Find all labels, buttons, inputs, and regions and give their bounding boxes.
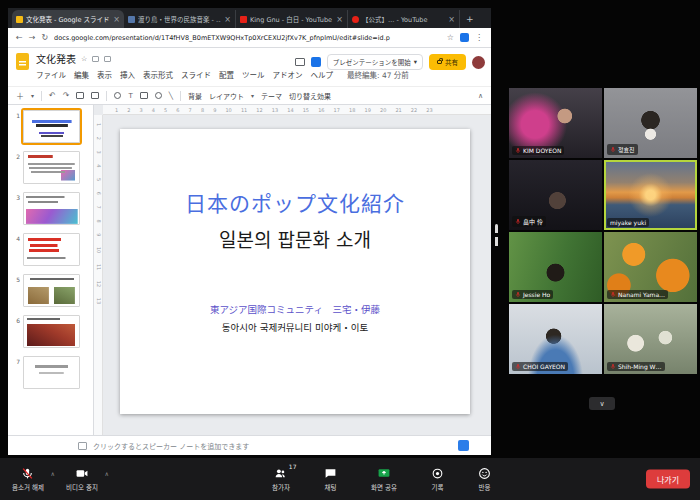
chat-button[interactable]: 채팅 [320,465,345,494]
muted-mic-icon [515,218,521,225]
participant-tile-active-speaker[interactable]: miyake yuki [604,160,697,230]
video-options-caret-icon[interactable]: ∧ [105,470,109,477]
slide-thumbnail-4[interactable] [23,233,80,266]
slide-thumbnail-row[interactable]: 5 [10,274,93,307]
unmute-button[interactable]: 음소거 해제 ∧ [8,465,52,494]
back-icon[interactable]: ← [16,33,23,42]
star-icon[interactable]: ☆ [81,55,87,63]
participants-button[interactable]: 17 참가자 [268,464,298,494]
extension-icon[interactable] [460,33,469,42]
insert-shape-icon[interactable] [155,92,162,99]
menu-edit[interactable]: 編集 [74,69,89,80]
record-button[interactable]: 기록 [427,465,452,494]
move-folder-icon[interactable] [92,56,99,62]
record-icon [431,467,444,480]
slide-canvas[interactable]: 日本のポップ文化紹介 일본의 팝문화 소개 東アジア国際コミュニティ 三宅・伊藤… [120,129,470,414]
slides-favicon [16,16,23,23]
slide-thumbnail-row[interactable]: 4 [10,233,93,266]
participant-tile[interactable]: Shih-Ming W… [604,304,697,374]
horizontal-ruler: 1 2 3 4 5 6 7 8 9 10 11 12 13 14 15 16 1… [103,105,491,115]
redo-icon[interactable]: ↷ [63,91,70,100]
last-edit-link[interactable]: 最終編集: 47 分前 [347,69,409,80]
account-avatar[interactable] [472,56,485,69]
new-slide-icon[interactable]: ＋ [16,90,24,101]
participant-tile[interactable]: KIM DOYEON [509,88,602,158]
zoom-icon[interactable] [114,92,121,99]
menu-help[interactable]: ヘルプ [311,69,334,80]
slide-title-korean[interactable]: 일본의 팝문화 소개 [120,225,470,252]
reload-icon[interactable]: ↻ [41,33,48,42]
print-icon[interactable] [76,92,84,99]
document-title[interactable]: 文化発表 [36,51,76,66]
participant-tile[interactable]: Jessie Ho [509,232,602,302]
slide-thumbnail-3[interactable] [23,192,80,225]
explore-icon[interactable] [458,440,469,451]
participant-tile[interactable]: 畠中 伶 [509,160,602,230]
new-slide-caret-icon[interactable]: ▾ [31,92,34,99]
browser-tab-4[interactable]: 【公式】… - YouTube × [348,10,460,28]
menu-insert[interactable]: 挿入 [120,69,135,80]
browser-tab-youtube[interactable]: King Gnu - 白日 - YouTube × [236,10,348,28]
text-box-icon[interactable]: T [128,92,132,100]
insert-image-icon[interactable] [140,92,148,99]
slide-thumbnail-row[interactable]: 7 [10,356,93,389]
slide-thumbnail-1[interactable] [23,110,80,143]
menu-addons[interactable]: アドオン [273,69,303,80]
slide-thumbnail-6[interactable] [23,315,80,348]
tab-close-icon[interactable]: × [224,15,231,24]
layout-button[interactable]: レイアウト [209,91,244,101]
browser-tab-slides[interactable]: 文化発表 - Google スライド × [12,10,124,28]
slide-thumbnail-2[interactable] [23,151,80,184]
reactions-button[interactable]: 반응 [474,465,499,494]
theme-button[interactable]: テーマ [261,91,282,101]
slide-subtitle-japanese[interactable]: 東アジア国際コミュニティ 三宅・伊藤 [120,302,470,316]
present-button[interactable]: プレゼンテーションを開始 ▾ [327,54,423,70]
new-tab-button[interactable]: + [466,14,474,24]
participant-tile[interactable]: Nanami Yama… [604,232,697,302]
paint-format-icon[interactable] [91,92,99,99]
tab-close-icon[interactable]: × [448,15,455,24]
participant-tile[interactable]: CHOI GAYEON [509,304,602,374]
menu-file[interactable]: ファイル [36,69,66,80]
bookmark-star-icon[interactable]: ☆ [447,33,454,42]
insert-line-icon[interactable]: ╲ [169,92,173,100]
background-button[interactable]: 背景 [188,91,202,101]
transition-button[interactable]: 切り替え効果 [289,91,331,101]
collapse-toolbar-icon[interactable]: ∧ [478,92,483,100]
meet-icon[interactable] [311,57,321,67]
share-screen-button[interactable]: 화면 공유 [367,465,405,494]
address-bar[interactable]: docs.google.com/presentation/d/1T4fHV8_B… [54,34,441,42]
speaker-notes[interactable]: クリックするとスピーカー ノートを追加できます [8,435,491,455]
tab-close-icon[interactable]: × [113,15,120,24]
slide-thumbnail-row[interactable]: 3 [10,192,93,225]
menu-view[interactable]: 表示 [97,69,112,80]
menu-format[interactable]: 表示形式 [143,69,173,80]
undo-icon[interactable]: ↶ [49,91,56,100]
thumbnail-number: 3 [10,192,20,201]
panel-resize-handle[interactable] [495,224,498,250]
participant-tile[interactable]: 정효진 [604,88,697,158]
leave-meeting-button[interactable]: 나가기 [646,470,690,489]
menu-tools[interactable]: ツール [242,69,265,80]
muted-mic-icon [515,147,521,154]
slide-thumbnail-5[interactable] [23,274,80,307]
slide-thumbnail-7[interactable] [23,356,80,389]
cast-icon[interactable] [295,58,305,66]
slides-logo-icon[interactable] [16,53,29,70]
menu-slide[interactable]: スライド [181,69,211,80]
slide-thumbnail-row[interactable]: 2 [10,151,93,184]
slide-filmstrip: 1 2 3 4 5 [8,105,94,435]
audio-options-caret-icon[interactable]: ∧ [51,470,55,477]
stop-video-button[interactable]: 비디오 중지 ∧ [62,465,106,494]
more-participants-button[interactable]: ∨ [589,397,615,410]
tab-close-icon[interactable]: × [336,15,343,24]
slide-thumbnail-row[interactable]: 6 [10,315,93,348]
slide-title-japanese[interactable]: 日本のポップ文化紹介 [120,187,470,217]
share-button[interactable]: 共有 [429,54,466,70]
browser-tab-2[interactable]: 渡り鳥・世界の民族音楽 - … × [124,10,236,28]
forward-icon[interactable]: → [29,33,36,42]
slide-subtitle-korean[interactable]: 동아시아 국제커뮤니티 미야케・이토 [120,320,470,334]
menu-arrange[interactable]: 配置 [219,69,234,80]
browser-menu-icon[interactable]: ⋮ [475,33,483,42]
slide-thumbnail-row[interactable]: 1 [10,110,93,143]
